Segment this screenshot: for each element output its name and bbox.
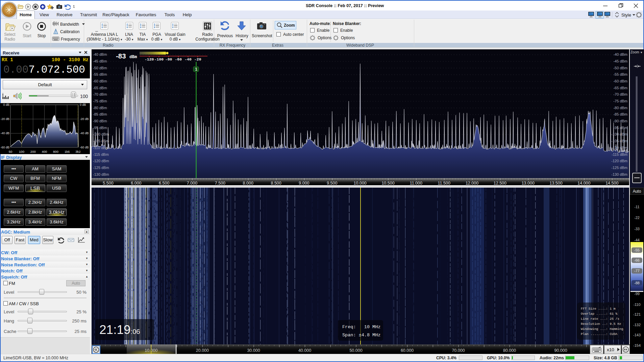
- svg-text:-88: -88: [634, 281, 640, 285]
- svg-text:12.000: 12.000: [466, 181, 478, 186]
- svg-text:-65 dBm: -65 dBm: [613, 86, 627, 90]
- svg-text:-105 dBm: -105 dBm: [93, 139, 109, 143]
- svg-text:6.500: 6.500: [159, 181, 169, 186]
- svg-text:20.000: 20.000: [196, 348, 209, 353]
- svg-text:50.000: 50.000: [349, 348, 362, 353]
- svg-text:5.500: 5.500: [103, 181, 113, 186]
- svg-text:-99: -99: [634, 292, 640, 296]
- svg-text:-120: -120: [145, 57, 154, 62]
- svg-text:-60 dB: -60 dB: [80, 146, 89, 149]
- svg-text:11.500: 11.500: [438, 181, 450, 186]
- svg-text:-75 dBm: -75 dBm: [613, 99, 627, 103]
- svg-text:7.500: 7.500: [215, 181, 225, 186]
- svg-text:70.000: 70.000: [452, 348, 465, 353]
- svg-text:14.000: 14.000: [577, 181, 590, 186]
- svg-text:-95 dBm: -95 dBm: [93, 126, 107, 130]
- svg-text:-44: -44: [634, 238, 640, 242]
- svg-text:-110 dBm: -110 dBm: [93, 146, 109, 150]
- svg-text:10.000: 10.000: [354, 181, 367, 186]
- svg-text:-90 dBm: -90 dBm: [613, 119, 627, 123]
- svg-text:-40 dB: -40 dB: [0, 131, 9, 135]
- svg-text:-60 dB: -60 dB: [0, 146, 9, 149]
- svg-text:40.000: 40.000: [298, 348, 311, 353]
- svg-text:100: 100: [19, 150, 24, 153]
- svg-text:0 dB: 0 dB: [3, 103, 9, 106]
- svg-text:-33: -33: [634, 227, 640, 231]
- svg-text:9.500: 9.500: [327, 181, 337, 186]
- svg-text:-132: -132: [633, 323, 641, 327]
- svg-text:dBm: dBm: [129, 55, 137, 59]
- svg-text:3k2: 3k2: [75, 150, 80, 153]
- svg-text:6.000: 6.000: [131, 181, 141, 186]
- svg-text:-90 dBm: -90 dBm: [93, 119, 107, 123]
- svg-text:-143: -143: [633, 333, 641, 337]
- svg-text:-130 dBm: -130 dBm: [611, 172, 627, 176]
- svg-text:-80 dBm: -80 dBm: [613, 106, 627, 110]
- svg-text:-154: -154: [633, 343, 641, 347]
- svg-text:60.000: 60.000: [401, 348, 414, 353]
- svg-text:-110: -110: [633, 303, 640, 307]
- svg-text:-120 dBm: -120 dBm: [93, 159, 109, 163]
- svg-text:-120 dBm: -120 dBm: [611, 159, 627, 163]
- svg-text:-60 dBm: -60 dBm: [613, 79, 627, 83]
- svg-text:Style: Style: [621, 13, 631, 18]
- svg-text:-45 dBm: -45 dBm: [613, 59, 627, 63]
- svg-text:-55 dBm: -55 dBm: [93, 72, 107, 76]
- svg-text:30.000: 30.000: [247, 348, 260, 353]
- svg-text:1: 1: [195, 67, 197, 72]
- svg-text:14.500: 14.500: [605, 181, 618, 186]
- svg-text:-40 dBm: -40 dBm: [93, 52, 107, 56]
- svg-text:-40 dB: -40 dB: [80, 131, 89, 135]
- svg-text:-105 dBm: -105 dBm: [611, 139, 627, 143]
- svg-text:9.000: 9.000: [299, 181, 309, 186]
- svg-text:11.000: 11.000: [410, 181, 422, 186]
- svg-text:-40 dBm: -40 dBm: [613, 52, 627, 56]
- svg-text:-125 dBm: -125 dBm: [611, 166, 627, 170]
- svg-text:800: 800: [53, 150, 58, 153]
- svg-text:-70 dBm: -70 dBm: [93, 92, 107, 96]
- svg-text:50: 50: [9, 150, 13, 153]
- svg-text:-55 dBm: -55 dBm: [613, 72, 627, 76]
- svg-text:-85 dBm: -85 dBm: [613, 112, 627, 116]
- svg-text:12.500: 12.500: [494, 181, 506, 186]
- svg-text:-83: -83: [116, 52, 126, 60]
- svg-text:7.000: 7.000: [187, 181, 197, 186]
- svg-text:-60: -60: [175, 57, 182, 62]
- svg-text:-95 dBm: -95 dBm: [613, 126, 627, 130]
- svg-text:-22: -22: [634, 216, 640, 220]
- svg-text:-60 dBm: -60 dBm: [93, 79, 107, 83]
- svg-text:80.000: 80.000: [503, 348, 516, 353]
- svg-text:90.000: 90.000: [554, 348, 567, 353]
- svg-text:-115 dBm: -115 dBm: [93, 152, 109, 156]
- svg-text:200: 200: [30, 150, 36, 153]
- svg-text:-130 dBm: -130 dBm: [93, 172, 109, 176]
- svg-text:-70 dBm: -70 dBm: [613, 92, 627, 96]
- svg-text:-45 dBm: -45 dBm: [93, 59, 107, 63]
- svg-text:-100 dBm: -100 dBm: [611, 132, 627, 136]
- svg-text:13.000: 13.000: [522, 181, 535, 186]
- svg-text:-80: -80: [165, 57, 172, 62]
- svg-text:-50 dBm: -50 dBm: [93, 66, 107, 70]
- svg-text:-110 dBm: -110 dBm: [612, 146, 627, 150]
- svg-text:-85 dBm: -85 dBm: [93, 112, 107, 116]
- svg-text:10.500: 10.500: [381, 181, 394, 186]
- svg-text:-121: -121: [633, 312, 641, 316]
- svg-text:-77: -77: [634, 269, 640, 273]
- svg-text:-115 dBm: -115 dBm: [612, 152, 627, 156]
- svg-text:13.500: 13.500: [549, 181, 562, 186]
- svg-text:-20 dB: -20 dB: [80, 117, 89, 121]
- svg-text:8.500: 8.500: [271, 181, 281, 186]
- svg-text:-20: -20: [194, 57, 201, 62]
- svg-text:-100: -100: [154, 57, 164, 62]
- svg-text:0 dB: 0 dB: [80, 103, 86, 106]
- svg-text:-65 dBm: -65 dBm: [93, 86, 107, 90]
- svg-text:-125 dBm: -125 dBm: [93, 166, 109, 170]
- svg-text:400: 400: [42, 150, 47, 153]
- svg-text:1k6: 1k6: [65, 150, 70, 153]
- svg-text:8.000: 8.000: [243, 181, 253, 186]
- svg-text:-55: -55: [634, 248, 640, 252]
- svg-text:-50 dBm: -50 dBm: [613, 66, 627, 70]
- svg-text:-80 dBm: -80 dBm: [93, 106, 107, 110]
- svg-text:-75 dBm: -75 dBm: [93, 99, 107, 103]
- svg-text:-11: -11: [634, 205, 639, 209]
